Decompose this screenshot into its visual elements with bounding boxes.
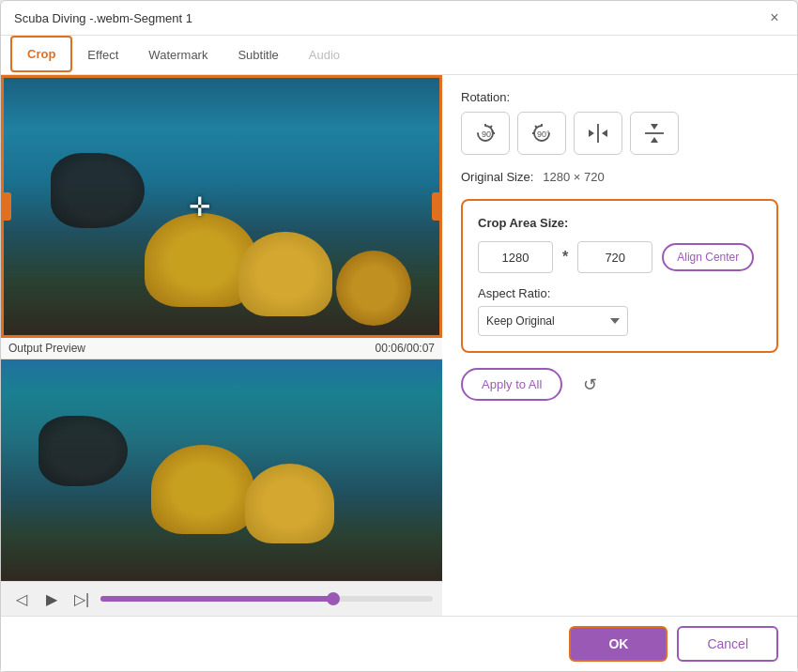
diver-figure	[51, 153, 145, 228]
tab-subtitle[interactable]: Subtitle	[223, 38, 293, 73]
flip-horizontal-button[interactable]	[574, 112, 622, 155]
coral-out-1	[151, 445, 254, 534]
svg-text:90°: 90°	[482, 130, 495, 139]
tab-effect[interactable]: Effect	[72, 38, 133, 73]
aspect-ratio-select[interactable]: Keep Original 16:9 4:3 1:1 9:16	[478, 306, 628, 336]
close-button[interactable]: ×	[765, 8, 784, 27]
timeline-fill	[100, 596, 333, 602]
dialog-title: Scuba Diving -.webm-Segment 1	[14, 11, 192, 25]
svg-marker-6	[651, 124, 658, 130]
left-panel: ✛ Output Preview 00:06/00:07 ◁ ▶	[1, 75, 442, 616]
output-info: Output Preview 00:06/00:07	[1, 338, 442, 359]
timeline-thumb[interactable]	[327, 592, 340, 605]
dialog: Scuba Diving -.webm-Segment 1 × Crop Eff…	[0, 0, 798, 672]
svg-marker-3	[589, 130, 594, 137]
coral-2	[238, 232, 332, 316]
video-output	[1, 359, 442, 581]
crop-handle-left[interactable]	[4, 192, 11, 221]
rotate-cw-button[interactable]: 90°	[461, 112, 510, 155]
rotate-ccw-button[interactable]: 90°	[517, 112, 566, 155]
tab-audio: Audio	[294, 38, 355, 73]
play-button[interactable]: ▶	[40, 588, 63, 610]
crop-area-box: Crop Area Size: * Align Center Aspect Ra…	[461, 199, 778, 353]
align-center-button[interactable]: Align Center	[662, 243, 754, 271]
timeline[interactable]	[100, 596, 433, 602]
coral-out-2	[245, 464, 334, 543]
video-output-bg	[1, 359, 442, 581]
bottom-actions: Apply to All ↺	[461, 368, 778, 401]
output-time: 00:06/00:07	[376, 342, 435, 355]
reset-button[interactable]: ↺	[575, 371, 604, 399]
crop-inputs: * Align Center	[478, 241, 761, 273]
video-preview[interactable]: ✛	[1, 75, 442, 338]
crop-width-input[interactable]	[478, 241, 553, 273]
crop-height-input[interactable]	[577, 241, 652, 273]
tab-bar: Crop Effect Watermark Subtitle Audio	[1, 36, 797, 75]
apply-to-all-button[interactable]: Apply to All	[461, 368, 562, 401]
rotation-buttons: 90° 90°	[461, 112, 778, 155]
original-size-row: Original Size: 1280 × 720	[461, 170, 778, 184]
diver-out-figure	[38, 416, 128, 486]
frame-step-button[interactable]: ▷|	[70, 588, 93, 610]
rotation-section: Rotation: 90° 90°	[461, 90, 778, 155]
crop-handle-right[interactable]	[432, 192, 439, 221]
original-size-value: 1280 × 720	[543, 170, 604, 184]
svg-text:90°: 90°	[537, 130, 550, 139]
tab-crop[interactable]: Crop	[10, 36, 72, 72]
dialog-footer: OK Cancel	[1, 616, 797, 671]
coral-3	[336, 251, 411, 326]
original-size-label: Original Size:	[461, 170, 533, 184]
svg-marker-4	[602, 130, 607, 137]
video-bg	[4, 78, 439, 335]
crop-separator: *	[562, 249, 568, 266]
svg-marker-7	[651, 137, 658, 143]
main-content: ✛ Output Preview 00:06/00:07 ◁ ▶	[1, 75, 797, 616]
right-panel: Rotation: 90° 90°	[442, 75, 797, 616]
aspect-ratio-label: Aspect Ratio:	[478, 286, 761, 300]
tab-watermark[interactable]: Watermark	[133, 38, 223, 73]
title-bar: Scuba Diving -.webm-Segment 1 ×	[1, 1, 797, 36]
rotation-label: Rotation:	[461, 90, 778, 104]
playback-bar: ◁ ▶ ▷|	[1, 581, 442, 616]
aspect-ratio-row: Aspect Ratio: Keep Original 16:9 4:3 1:1…	[478, 286, 761, 336]
ok-button[interactable]: OK	[569, 626, 668, 662]
output-label: Output Preview	[8, 342, 85, 355]
cancel-button[interactable]: Cancel	[677, 626, 778, 662]
crop-area-title: Crop Area Size:	[478, 216, 761, 230]
skip-back-button[interactable]: ◁	[10, 588, 33, 610]
flip-vertical-button[interactable]	[630, 112, 679, 155]
